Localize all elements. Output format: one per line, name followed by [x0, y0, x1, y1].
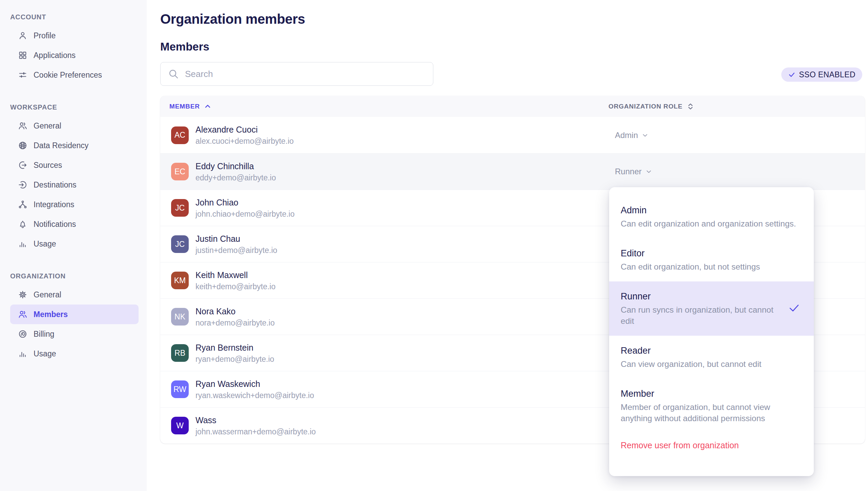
member-cell: ECEddy Chinchillaeddy+demo@airbyte.io [160, 161, 608, 182]
role-select[interactable]: Admin [615, 131, 649, 140]
column-header-role[interactable]: ORGANIZATION ROLE [608, 103, 694, 110]
bars-icon [18, 239, 28, 249]
member-name: Keith Maxwell [195, 270, 275, 280]
role-option-text: AdminCan edit organization and organizat… [621, 204, 796, 229]
table-header-row: MEMBER ORGANIZATION ROLE [160, 96, 865, 117]
globe-icon [18, 140, 28, 151]
search-icon [168, 68, 179, 79]
member-email: keith+demo@airbyte.io [195, 282, 275, 291]
role-cell: Admin [608, 131, 865, 140]
role-option-reader[interactable]: ReaderCan view organization, but cannot … [609, 336, 814, 379]
member-identity: Ryan Waskewichryan.waskewich+demo@airbyt… [195, 379, 314, 400]
users-icon [18, 121, 28, 131]
sidebar-item-organization-members[interactable]: Members [10, 305, 139, 324]
page-title: Organization members [160, 11, 305, 27]
member-cell: ACAlexandre Cuocialex.cuoci+demo@airbyte… [160, 124, 608, 146]
member-row: ECEddy Chinchillaeddy+demo@airbyte.ioRun… [160, 153, 865, 190]
sidebar-item-label: Integrations [34, 200, 74, 209]
search-box [160, 62, 433, 86]
arrow-in-circle-icon [18, 180, 28, 190]
users-icon [18, 309, 28, 319]
sso-enabled-badge: SSO ENABLED [781, 67, 862, 82]
sidebar-item-organization-billing[interactable]: Billing [10, 324, 139, 344]
sidebar-item-label: Data Residency [34, 141, 88, 150]
remove-user-button[interactable]: Remove user from organization [609, 433, 814, 458]
member-identity: Eddy Chinchillaeddy+demo@airbyte.io [195, 161, 276, 182]
sidebar-item-workspace-integrations[interactable]: Integrations [10, 195, 139, 214]
settings-sidebar: ACCOUNTProfileApplicationsCookie Prefere… [0, 0, 147, 491]
column-header-member[interactable]: MEMBER [160, 103, 608, 110]
sort-icon [687, 103, 694, 110]
role-option-admin[interactable]: AdminCan edit organization and organizat… [609, 195, 814, 238]
selected-check-icon [788, 302, 800, 315]
search-input[interactable] [184, 68, 426, 80]
sidebar-item-label: Destinations [34, 180, 77, 190]
role-select[interactable]: Runner [615, 167, 653, 176]
member-cell: RWRyan Waskewichryan.waskewich+demo@airb… [160, 379, 608, 400]
sidebar-item-label: Usage [34, 349, 56, 358]
column-label: MEMBER [169, 103, 200, 110]
sidebar-item-account-profile[interactable]: Profile [10, 26, 139, 45]
chevron-down-icon [641, 132, 649, 139]
sidebar-item-label: Profile [34, 31, 56, 40]
sidebar-item-workspace-destinations[interactable]: Destinations [10, 175, 139, 195]
role-option-title: Runner [621, 291, 775, 302]
sidebar-item-account-cookie-preferences[interactable]: Cookie Preferences [10, 65, 139, 85]
member-email: alex.cuoci+demo@airbyte.io [195, 136, 294, 146]
member-cell: RBRyan Bernsteinryan+demo@airbyte.io [160, 342, 608, 364]
sidebar-item-label: Members [34, 310, 68, 319]
bell-icon [18, 219, 28, 229]
member-name: Nora Kako [195, 306, 275, 316]
avatar: JC [171, 235, 189, 253]
member-name: Eddy Chinchilla [195, 161, 276, 171]
sidebar-item-workspace-usage[interactable]: Usage [10, 234, 139, 254]
sliders-icon [18, 70, 28, 80]
member-identity: Wassjohn.wasserman+demo@airbyte.io [195, 415, 316, 436]
role-option-member[interactable]: MemberMember of organization, but cannot… [609, 379, 814, 433]
role-option-text: EditorCan edit organization, but not set… [621, 248, 760, 272]
sidebar-item-label: Cookie Preferences [34, 71, 102, 80]
sidebar-item-workspace-general[interactable]: General [10, 116, 139, 136]
role-option-title: Admin [621, 204, 796, 216]
chevron-down-icon [645, 168, 653, 175]
members-heading: Members [160, 40, 209, 54]
member-email: nora+demo@airbyte.io [195, 318, 275, 328]
member-email: ryan.waskewich+demo@airbyte.io [195, 391, 314, 400]
role-option-title: Editor [621, 248, 760, 259]
sidebar-item-workspace-sources[interactable]: Sources [10, 155, 139, 175]
user-icon [18, 31, 28, 41]
sidebar-section-workspace: WORKSPACEGeneralData ResidencySourcesDes… [0, 102, 147, 254]
member-name: Ryan Bernstein [195, 342, 274, 353]
role-option-description: Can edit organization and organization s… [621, 218, 796, 229]
avatar: W [171, 417, 189, 434]
member-identity: Keith Maxwellkeith+demo@airbyte.io [195, 270, 275, 291]
sidebar-item-account-applications[interactable]: Applications [10, 45, 139, 65]
sidebar-item-organization-general[interactable]: General [10, 285, 139, 305]
bars-icon [18, 349, 28, 359]
sidebar-item-workspace-notifications[interactable]: Notifications [10, 214, 139, 234]
sidebar-section-header: ACCOUNT [10, 12, 147, 22]
role-option-description: Can edit organization, but not settings [621, 261, 760, 272]
member-row: ACAlexandre Cuocialex.cuoci+demo@airbyte… [160, 117, 865, 153]
member-cell: NKNora Kakonora+demo@airbyte.io [160, 306, 608, 328]
octopus-icon [18, 329, 28, 339]
member-identity: John Chiaojohn.chiao+demo@airbyte.io [195, 197, 295, 219]
main-content: Organization members Members SSO ENABLED… [147, 0, 868, 491]
member-identity: Alexandre Cuocialex.cuoci+demo@airbyte.i… [195, 124, 294, 146]
member-name: Justin Chau [195, 234, 277, 244]
sidebar-item-label: General [34, 290, 61, 299]
sidebar-item-label: Sources [34, 161, 62, 170]
grid-icon [18, 50, 28, 60]
sidebar-item-workspace-data-residency[interactable]: Data Residency [10, 136, 139, 155]
role-option-runner[interactable]: RunnerCan run syncs in organization, but… [609, 281, 814, 336]
role-option-text: RunnerCan run syncs in organization, but… [621, 291, 775, 327]
sidebar-section-header: WORKSPACE [10, 102, 147, 112]
check-icon [788, 71, 795, 78]
member-name: Ryan Waskewich [195, 379, 314, 389]
sidebar-item-organization-usage[interactable]: Usage [10, 344, 139, 364]
member-identity: Ryan Bernsteinryan+demo@airbyte.io [195, 342, 274, 364]
sort-ascending-icon [204, 103, 211, 110]
member-name: John Chiao [195, 197, 295, 208]
role-option-editor[interactable]: EditorCan edit organization, but not set… [609, 238, 814, 281]
member-cell: JCJustin Chaujustin+demo@airbyte.io [160, 234, 608, 255]
